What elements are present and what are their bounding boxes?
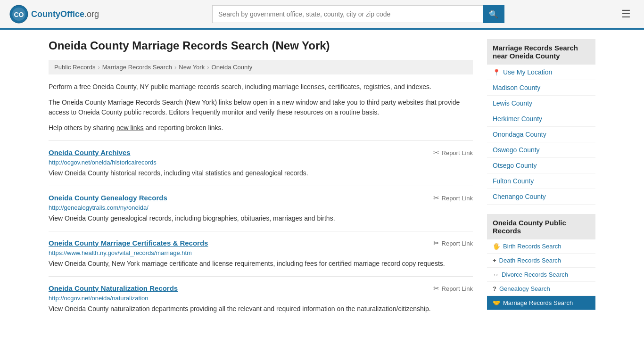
menu-button[interactable]: ☰ — [618, 6, 635, 22]
result-desc: View Oneida County, New York marriage ce… — [49, 259, 473, 269]
sidebar-nearby-section: Marriage Records Search near Oneida Coun… — [487, 39, 595, 205]
sidebar-otsego-county[interactable]: Otsego County — [487, 158, 595, 173]
description-para2: The Oneida County Marriage Records Searc… — [49, 98, 473, 117]
sidebar-birth-records[interactable]: 🖐 Birth Records Search — [487, 239, 595, 254]
new-links-link[interactable]: new links — [116, 124, 144, 132]
sidebar: Marriage Records Search near Oneida Coun… — [487, 39, 595, 321]
logo-icon: CO — [9, 5, 28, 24]
sidebar-divorce-records[interactable]: ↔ Divorce Records Search — [487, 268, 595, 282]
report-link-button[interactable]: ✂ Report Link — [433, 239, 473, 247]
sidebar-fulton-county[interactable]: Fulton County — [487, 173, 595, 189]
report-link-button[interactable]: ✂ Report Link — [433, 284, 473, 293]
results-list: Oneida County Archives ✂ Report Link htt… — [49, 140, 473, 321]
result-url[interactable]: http://ocgov.net/oneida/historicalrecord… — [49, 159, 473, 166]
result-title-link[interactable]: Oneida County Archives — [49, 148, 131, 156]
divorce-icon: ↔ — [493, 271, 499, 278]
sidebar-herkimer-county[interactable]: Herkimer County — [487, 111, 595, 127]
search-input[interactable] — [212, 5, 483, 23]
search-area: 🔍 — [212, 5, 504, 23]
sidebar-lewis-county[interactable]: Lewis County — [487, 96, 595, 111]
description-para3: Help others by sharing new links and rep… — [49, 123, 473, 133]
report-link-button[interactable]: ✂ Report Link — [433, 194, 473, 202]
report-link-button[interactable]: ✂ Report Link — [433, 148, 473, 157]
page-title: Oneida County Marriage Records Search (N… — [49, 39, 473, 52]
sidebar-death-records[interactable]: + Death Records Search — [487, 254, 595, 268]
breadcrumb-new-york[interactable]: New York — [179, 64, 205, 71]
death-icon: + — [493, 257, 496, 264]
result-title-link[interactable]: Oneida County Marriage Certificates & Re… — [49, 239, 208, 247]
description-para1: Perform a free Oneida County, NY public … — [49, 82, 473, 92]
sidebar-marriage-records[interactable]: 🤝 Marriage Records Search — [487, 296, 595, 310]
result-item: Oneida County Marriage Certificates & Re… — [49, 231, 473, 276]
sidebar-onondaga-county[interactable]: Onondaga County — [487, 127, 595, 142]
sidebar-genealogy-search[interactable]: ? Genealogy Search — [487, 282, 595, 296]
logo-area: CO CountyOffice.org — [9, 5, 99, 24]
sidebar-chenango-county[interactable]: Chenango County — [487, 189, 595, 205]
result-item: Oneida County Genealogy Records ✂ Report… — [49, 186, 473, 231]
genealogy-icon: ? — [493, 285, 496, 292]
svg-text:CO: CO — [14, 11, 24, 18]
result-url[interactable]: http://genealogytrails.com/ny/oneida/ — [49, 204, 473, 211]
use-my-location-link[interactable]: Use My Location — [503, 68, 552, 76]
breadcrumb-marriage-records[interactable]: Marriage Records Search — [102, 64, 172, 71]
result-item: Oneida County Archives ✂ Report Link htt… — [49, 140, 473, 186]
result-url[interactable]: http://ocgov.net/oneida/naturalization — [49, 295, 473, 302]
result-desc: View Oneida County naturalization depart… — [49, 304, 473, 314]
marriage-icon: 🤝 — [493, 299, 500, 306]
result-url[interactable]: https://www.health.ny.gov/vital_records/… — [49, 249, 473, 256]
result-title-link[interactable]: Oneida County Genealogy Records — [49, 194, 167, 202]
breadcrumb-public-records[interactable]: Public Records — [54, 64, 95, 71]
sidebar-nearby-title: Marriage Records Search near Oneida Coun… — [487, 39, 595, 65]
sidebar-oswego-county[interactable]: Oswego County — [487, 142, 595, 158]
sidebar-public-records-title: Oneida County Public Records — [487, 214, 595, 239]
result-title-link[interactable]: Oneida County Naturalization Records — [49, 284, 178, 292]
sidebar-use-location[interactable]: 📍 Use My Location — [487, 65, 595, 80]
content-wrapper: Oneida County Marriage Records Search (N… — [39, 30, 605, 331]
logo-text: CountyOffice.org — [31, 9, 99, 19]
search-button[interactable]: 🔍 — [483, 5, 504, 23]
result-desc: View Oneida County genealogical records,… — [49, 214, 473, 223]
breadcrumb-oneida-county[interactable]: Oneida County — [212, 64, 253, 71]
breadcrumb: Public Records › Marriage Records Search… — [49, 60, 473, 74]
birth-icon: 🖐 — [493, 243, 500, 250]
site-header: CO CountyOffice.org 🔍 ☰ — [0, 0, 644, 30]
main-content: Oneida County Marriage Records Search (N… — [49, 39, 473, 321]
location-icon: 📍 — [493, 69, 500, 76]
sidebar-madison-county[interactable]: Madison County — [487, 80, 595, 96]
sidebar-public-records-section: Oneida County Public Records 🖐 Birth Rec… — [487, 214, 595, 310]
result-item: Oneida County Naturalization Records ✂ R… — [49, 276, 473, 321]
result-desc: View Oneida County historical records, i… — [49, 168, 473, 178]
